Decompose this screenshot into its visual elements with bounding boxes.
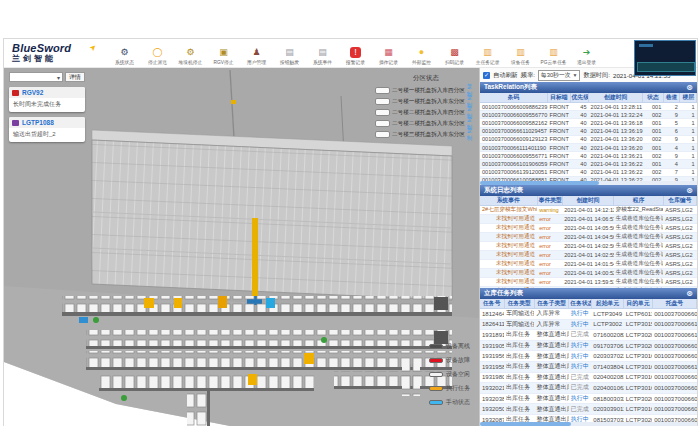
device-state-legend: 设备离线 设备故障 设备空闲 xyxy=(429,339,470,409)
device-alert-icon xyxy=(12,90,19,96)
toolbar-button[interactable]: ▥ 设备任务 xyxy=(504,41,537,65)
freq-select[interactable]: 每30秒一次 ▼ xyxy=(538,70,581,81)
toolbar-button[interactable]: ● 外部监控 xyxy=(405,41,438,65)
legend-row: 设备故障 xyxy=(429,353,470,367)
toolbar-label: 系统事件 xyxy=(307,59,338,65)
toolbar-label: RGV停止 xyxy=(208,59,239,65)
toolbar-label: 停止派送 xyxy=(142,59,173,65)
toolbar-button[interactable]: ! 报警记录 xyxy=(339,41,372,65)
alert-card-header: RGV92 xyxy=(9,87,85,98)
toolbar-button[interactable]: ▥ 主任务记录 xyxy=(471,41,504,65)
toolbar-label: PG云单任务 xyxy=(538,59,569,65)
toolbar: BlueSword ➤ 兰剑智能 ⚙ 系统状态 ◯ 停止派送 xyxy=(4,39,697,68)
h-scrollbar[interactable] xyxy=(480,181,697,185)
close-icon[interactable]: ⊗ xyxy=(686,84,693,92)
auto-refresh-checkbox[interactable]: ✓ xyxy=(483,72,490,79)
alert-device-id: RGV92 xyxy=(22,89,43,96)
chevron-down-icon: ▾ xyxy=(57,74,60,81)
legend-swatch xyxy=(429,400,443,405)
zone-label: 二号楼一楼托盘拆入库东分区 xyxy=(392,98,465,106)
zone-list: 二号楼一楼托盘拆入库西分区 复制 二号楼一楼托盘拆入库东分区 复制 xyxy=(375,85,477,140)
toolbar-icon: ▦ xyxy=(383,47,394,58)
legend-swatch xyxy=(429,372,443,377)
data-time-label: 数据时间: xyxy=(583,71,609,80)
toolbar-icon: ▥ xyxy=(515,47,526,58)
zone-label: 二号楼二楼托盘拆入库东分区 xyxy=(392,120,465,128)
data-panel: ✓ 自动刷新 频率: 每30秒一次 ▼ 数据时间: 2021-04-01 14:… xyxy=(479,68,697,426)
alert-list: RGV92 长时间未完成任务 LGTP1088 输送出货超时_2 xyxy=(9,87,85,142)
zone-copy-link[interactable]: 复制 xyxy=(467,127,477,143)
legend-row: 手动状态 xyxy=(429,395,470,409)
legend-swatch xyxy=(429,358,443,363)
main-area: ▾ 详情 RGV92 长时间未完成任务 xyxy=(4,68,697,426)
toolbar-icon: ▥ xyxy=(548,47,559,58)
zone-checkbox[interactable] xyxy=(375,87,390,94)
zone-label: 二号楼二楼托盘拆入库西分区 xyxy=(392,109,465,117)
zone-row: 二号楼二楼托盘拆入库东分区 复制 xyxy=(375,118,477,129)
toolbar-label: 设备任务 xyxy=(505,59,536,65)
panel-header: TaskRelation列表 ⊗ xyxy=(480,82,697,93)
close-icon[interactable]: ⊗ xyxy=(686,290,693,298)
legend-label: 设备故障 xyxy=(446,356,470,365)
task-relation-table[interactable]: 条码目标端优先级创建时间状态巷道楼层001003700066009886239F… xyxy=(480,93,697,181)
scrollbar-thumb[interactable] xyxy=(480,422,571,426)
toolbar-button[interactable]: ▥ PG云单任务 xyxy=(537,41,570,65)
toolbar-button[interactable]: ➔ 退出登录 xyxy=(570,41,603,65)
toolbar-label: 堆垛机停止 xyxy=(175,59,206,65)
toolbar-label: 用户管理 xyxy=(241,59,272,65)
legend-swatch xyxy=(429,344,443,349)
alert-description: 输送出货超时_2 xyxy=(9,128,85,142)
zone-checkbox[interactable] xyxy=(375,120,390,127)
toolbar-button[interactable]: ▤ 按钮触发 xyxy=(273,41,306,65)
zone-label: 二号楼三楼托盘拆入库东分区 xyxy=(392,131,465,139)
device-filter-select[interactable]: ▾ xyxy=(9,72,63,82)
toolbar-label: 操作记录 xyxy=(373,59,404,65)
zone-row: 二号楼二楼托盘拆入库西分区 复制 xyxy=(375,107,477,118)
minimap-band xyxy=(637,62,695,72)
warehouse-tasks-table[interactable]: 任务号任务类型任务子类型任务状态起始单元目的单元托盘号1812464车间输送任务… xyxy=(480,299,697,422)
toolbar-label: 按钮触发 xyxy=(274,59,305,65)
toolbar-icon: ! xyxy=(350,47,361,58)
h-scrollbar[interactable] xyxy=(480,422,697,426)
legend-row: 设备空闲 xyxy=(429,367,470,381)
freq-label: 频率: xyxy=(521,71,535,80)
alert-card[interactable]: LGTP1088 输送出货超时_2 xyxy=(9,117,85,142)
minimap-viewport-indicator xyxy=(639,44,653,47)
minimap-thumbnail[interactable] xyxy=(634,40,696,76)
toolbar-label: 系统状态 xyxy=(109,59,140,65)
viewport-3d[interactable]: ▾ 详情 RGV92 长时间未完成任务 xyxy=(4,68,479,426)
toolbar-icon: ◯ xyxy=(152,47,163,58)
freq-value: 每30秒一次 xyxy=(541,71,571,80)
toolbar-button[interactable]: ▣ RGV停止 xyxy=(207,41,240,65)
legend-row: 设备离线 xyxy=(429,339,470,353)
panel-warehouse-tasks: 立库任务列表 ⊗ 任务号任务类型任务子类型任务状态起始单元目的单元托盘号1812… xyxy=(480,288,697,426)
toolbar-button[interactable]: ▦ 操作记录 xyxy=(372,41,405,65)
zone-row: 二号楼一楼托盘拆入库西分区 复制 xyxy=(375,85,477,96)
toolbar-button[interactable]: ◯ 停止派送 xyxy=(141,41,174,65)
legend-swatch xyxy=(429,386,443,391)
auto-refresh-label: 自动刷新 xyxy=(493,71,518,80)
system-log-table[interactable]: 系统事件事件类型创建时间程序仓库编号2#七层穿梭车报文While循环:无法处理w… xyxy=(480,196,697,288)
toolbar-button[interactable]: ▩ 扫码记录 xyxy=(438,41,471,65)
toolbar-button[interactable]: ⚙ 系统状态 xyxy=(108,41,141,65)
toolbar-button[interactable]: ▤ 系统事件 xyxy=(306,41,339,65)
legend-label: 设备空闲 xyxy=(446,370,470,379)
scrollbar-thumb[interactable] xyxy=(480,181,599,185)
details-button[interactable]: 详情 xyxy=(65,72,85,82)
zone-checkbox[interactable] xyxy=(375,131,390,138)
legend-label: 设备离线 xyxy=(446,342,470,351)
zone-checkbox[interactable] xyxy=(375,98,390,105)
zone-checkbox[interactable] xyxy=(375,109,390,116)
toolbar-button[interactable]: ⚙ 堆垛机停止 xyxy=(174,41,207,65)
toolbar-icon: ● xyxy=(416,47,427,58)
legend-list: 设备离线 设备故障 设备空闲 xyxy=(429,339,470,409)
toolbar-button[interactable]: ♟ 用户管理 xyxy=(240,41,273,65)
panel-header: 系统日志列表 ⊗ xyxy=(480,185,697,196)
toolbar-label: 退出登录 xyxy=(571,59,602,65)
toolbar-label: 报警记录 xyxy=(340,59,371,65)
alert-device-id: LGTP1088 xyxy=(22,119,54,126)
zone-status-panel: 分区状态 二号楼一楼托盘拆入库西分区 复制 二号楼 xyxy=(375,74,477,140)
close-icon[interactable]: ⊗ xyxy=(686,187,693,195)
device-alert-icon xyxy=(12,120,19,126)
alert-card[interactable]: RGV92 长时间未完成任务 xyxy=(9,87,85,112)
